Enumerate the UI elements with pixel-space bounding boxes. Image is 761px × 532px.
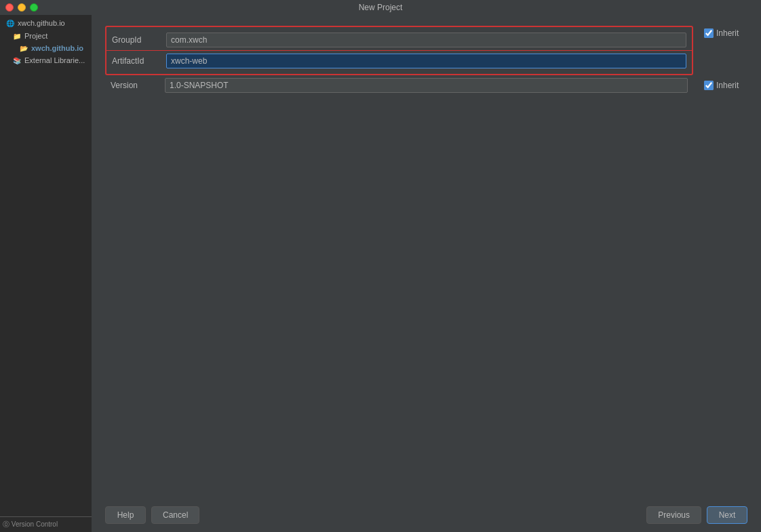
groupid-row: GroupId: [106, 30, 692, 50]
form-container: GroupId ArtifactId Inherit: [105, 26, 747, 498]
left-buttons: Help Cancel: [105, 506, 199, 524]
right-buttons: Previous Next: [646, 506, 747, 524]
sidebar-project-node-label: xwch.github.io: [31, 44, 83, 52]
sidebar-item-project-node[interactable]: 📂 xwch.github.io: [0, 42, 92, 54]
sidebar-project-label: Project: [24, 32, 47, 40]
sidebar-root-label: xwch.github.io: [18, 19, 65, 27]
sidebar: 🌐 xwch.github.io 📁 Project 📂 xwch.github…: [0, 15, 92, 532]
close-button[interactable]: [5, 3, 14, 12]
version-row: Version: [105, 75, 693, 96]
sidebar-external-label: External Librarie...: [24, 56, 85, 64]
library-icon: 📚: [12, 56, 22, 65]
folder-icon: 📂: [19, 43, 28, 53]
next-button[interactable]: Next: [707, 506, 747, 524]
sidebar-item-project[interactable]: 📁 Project: [0, 30, 92, 42]
maximize-button[interactable]: [30, 3, 38, 12]
globe-icon: 🌐: [5, 18, 15, 28]
version-label: Version: [111, 81, 165, 90]
previous-button[interactable]: Previous: [646, 506, 701, 524]
version-inherit-container: Inherit: [704, 81, 739, 90]
cancel-button[interactable]: Cancel: [151, 506, 199, 524]
sidebar-bottom: ⓪ Version Control: [0, 516, 92, 532]
artifactid-row: ArtifactId: [106, 51, 692, 71]
grouped-fields-section: GroupId ArtifactId: [105, 26, 693, 75]
main-layout: 🌐 xwch.github.io 📁 Project 📂 xwch.github…: [0, 15, 761, 532]
artifactid-input[interactable]: [166, 54, 686, 68]
groupid-label: GroupId: [112, 35, 166, 45]
version-control-label: ⓪ Version Control: [3, 520, 58, 528]
traffic-lights[interactable]: [5, 3, 38, 12]
groupid-inherit-container: Inherit: [704, 28, 747, 38]
sidebar-item-root[interactable]: 🌐 xwch.github.io: [0, 16, 92, 30]
window-title: New Project: [359, 3, 403, 12]
help-button[interactable]: Help: [105, 506, 146, 524]
groupid-inherit-checkbox[interactable]: [704, 28, 714, 38]
dialog-buttons: Help Cancel Previous Next: [105, 498, 747, 524]
minimize-button[interactable]: [18, 3, 26, 12]
version-inherit-checkbox[interactable]: [704, 81, 714, 90]
sidebar-item-external-libraries[interactable]: 📚 External Librarie...: [0, 54, 92, 66]
groupid-inherit-label: Inherit: [716, 28, 739, 38]
groupid-input[interactable]: [166, 33, 686, 47]
version-inherit-label: Inherit: [716, 81, 739, 90]
dialog-area: GroupId ArtifactId Inherit: [92, 15, 761, 532]
version-input[interactable]: [165, 78, 688, 93]
title-bar: New Project: [0, 0, 761, 15]
artifactid-label: ArtifactId: [112, 56, 166, 66]
project-icon: 📁: [12, 31, 22, 41]
